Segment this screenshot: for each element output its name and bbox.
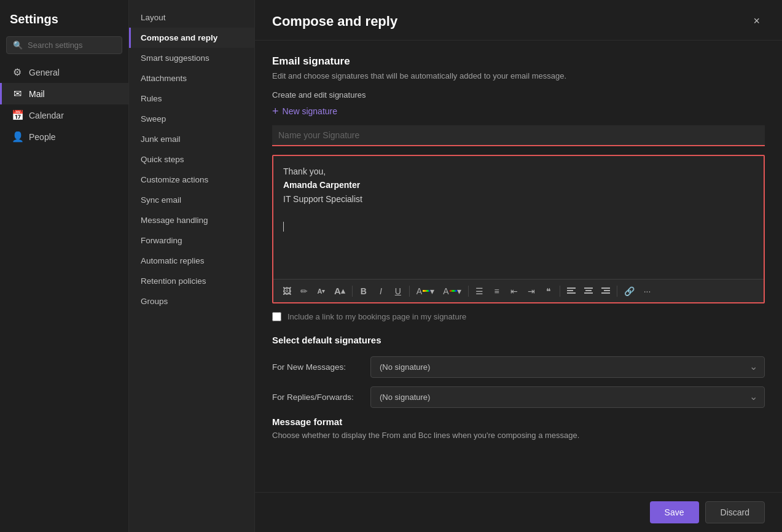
center-item-customize-actions[interactable]: Customize actions (129, 170, 254, 190)
center-item-rules[interactable]: Rules (129, 88, 254, 109)
new-signature-button[interactable]: + New signature (272, 106, 337, 117)
new-messages-row: For New Messages: (No signature) (272, 356, 765, 378)
center-item-smart-suggestions[interactable]: Smart suggestions (129, 48, 254, 68)
toolbar-highlight-btn[interactable]: A ▾ (413, 284, 437, 299)
center-panel: Layout Compose and reply Smart suggestio… (129, 0, 255, 532)
sidebar-item-mail[interactable]: ✉ Mail (0, 83, 128, 104)
signature-name-input[interactable] (272, 125, 765, 146)
sidebar-item-people[interactable]: 👤 People (0, 126, 128, 147)
center-item-forwarding[interactable]: Forwarding (129, 230, 254, 251)
email-signature-desc: Edit and choose signatures that will be … (272, 71, 765, 80)
center-item-groups[interactable]: Groups (129, 291, 254, 311)
toolbar-align-center-btn[interactable] (581, 285, 596, 297)
calendar-icon: 📅 (12, 109, 23, 121)
sig-line3: IT Support Specialist (283, 192, 754, 206)
main-body: Email signature Edit and choose signatur… (255, 41, 782, 492)
main-content: Compose and reply × Email signature Edit… (255, 0, 782, 532)
sidebar-item-general[interactable]: ⚙ General (0, 61, 128, 83)
toolbar-separator-3 (468, 286, 469, 297)
search-input[interactable] (28, 41, 115, 50)
toolbar-indent-less-btn[interactable]: ⇤ (507, 284, 522, 299)
new-messages-select[interactable]: (No signature) (370, 356, 765, 378)
sig-cursor-line (283, 206, 754, 233)
toolbar-format-btn[interactable]: ✏ (297, 284, 311, 299)
svg-rect-5 (584, 292, 593, 294)
sig-line1: Thank you, (283, 165, 754, 178)
toolbar-font-size-down-btn[interactable]: A▾ (314, 285, 329, 297)
mail-icon: ✉ (12, 88, 23, 100)
signature-editor-container: Thank you, Amanda Carpenter IT Support S… (272, 155, 765, 303)
toolbar-image-btn[interactable]: 🖼 (280, 284, 294, 299)
center-item-compose-reply[interactable]: Compose and reply (129, 28, 254, 48)
message-format-title: Message format (272, 417, 765, 427)
app-title: Settings (0, 7, 128, 36)
svg-rect-0 (567, 288, 576, 289)
toolbar-indent-more-btn[interactable]: ⇥ (524, 284, 539, 299)
svg-rect-1 (567, 290, 573, 291)
search-box[interactable]: 🔍 (6, 36, 122, 54)
svg-rect-6 (601, 288, 610, 289)
create-signatures-label: Create and edit signatures (272, 90, 765, 100)
svg-rect-7 (604, 290, 610, 291)
center-item-sweep[interactable]: Sweep (129, 109, 254, 129)
toolbar-underline-btn[interactable]: U (391, 284, 405, 299)
center-item-retention-policies[interactable]: Retention policies (129, 271, 254, 291)
toolbar-separator-2 (409, 286, 410, 297)
new-messages-select-wrapper: (No signature) (370, 356, 765, 378)
close-button[interactable]: × (748, 12, 765, 30)
svg-rect-8 (601, 292, 610, 294)
center-item-automatic-replies[interactable]: Automatic replies (129, 251, 254, 271)
toolbar-separator-1 (352, 286, 353, 297)
sig-line2: Amanda Carpenter (283, 178, 754, 192)
bottom-bar: Save Discard (255, 492, 782, 532)
toolbar-separator-4 (560, 286, 560, 297)
svg-rect-3 (584, 288, 593, 289)
toolbar-font-size-up-btn[interactable]: A▴ (331, 283, 348, 299)
toolbar-italic-btn[interactable]: I (373, 284, 388, 299)
bookings-checkbox-label: Include a link to my bookings page in my… (287, 312, 466, 321)
people-icon: 👤 (12, 131, 23, 143)
page-title: Compose and reply (272, 14, 397, 29)
default-signatures-title: Select default signatures (272, 335, 765, 345)
toolbar-quote-btn[interactable]: ❝ (541, 284, 556, 299)
svg-rect-4 (585, 290, 592, 291)
replies-forwards-select[interactable]: (No signature) (370, 386, 765, 408)
sidebar-item-calendar[interactable]: 📅 Calendar (0, 104, 128, 126)
new-messages-label: For New Messages: (272, 362, 370, 372)
center-item-layout[interactable]: Layout (129, 7, 254, 28)
general-icon: ⚙ (12, 66, 23, 78)
toolbar-align-left-btn[interactable] (564, 285, 579, 297)
bookings-checkbox-row: Include a link to my bookings page in my… (272, 312, 765, 321)
toolbar-font-color-btn[interactable]: A ▾ (440, 284, 464, 299)
signature-toolbar: 🖼 ✏ A▾ A▴ B I U A ▾ A ▾ (273, 279, 764, 302)
discard-button[interactable]: Discard (705, 501, 765, 523)
message-format-desc: Choose whether to display the From and B… (272, 431, 765, 440)
toolbar-bold-btn[interactable]: B (356, 284, 371, 299)
email-signature-title: Email signature (272, 55, 765, 68)
toolbar-numbering-btn[interactable]: ≡ (490, 284, 504, 299)
main-header: Compose and reply × (255, 0, 782, 41)
center-item-message-handling[interactable]: Message handling (129, 210, 254, 230)
sidebar-item-label-people: People (29, 132, 56, 142)
toolbar-link-btn[interactable]: 🔗 (621, 284, 638, 299)
plus-icon: + (272, 106, 279, 117)
center-item-attachments[interactable]: Attachments (129, 68, 254, 88)
sidebar: Settings 🔍 ⚙ General ✉ Mail 📅 Calendar 👤… (0, 0, 129, 532)
sidebar-item-label-calendar: Calendar (29, 111, 64, 120)
bookings-checkbox[interactable] (272, 312, 281, 321)
save-button[interactable]: Save (650, 501, 699, 523)
toolbar-more-btn[interactable]: ··· (640, 284, 655, 299)
center-item-quick-steps[interactable]: Quick steps (129, 149, 254, 170)
replies-forwards-select-wrapper: (No signature) (370, 386, 765, 408)
center-item-sync-email[interactable]: Sync email (129, 190, 254, 210)
center-item-junk-email[interactable]: Junk email (129, 129, 254, 149)
sidebar-item-label-mail: Mail (29, 89, 45, 99)
signature-editor[interactable]: Thank you, Amanda Carpenter IT Support S… (273, 156, 764, 279)
toolbar-separator-5 (617, 286, 617, 297)
search-icon: 🔍 (13, 41, 23, 50)
replies-forwards-row: For Replies/Forwards: (No signature) (272, 386, 765, 408)
toolbar-align-right-btn[interactable] (598, 285, 613, 297)
replies-forwards-label: For Replies/Forwards: (272, 393, 370, 402)
svg-rect-2 (567, 292, 576, 294)
toolbar-bullets-btn[interactable]: ☰ (472, 284, 487, 299)
